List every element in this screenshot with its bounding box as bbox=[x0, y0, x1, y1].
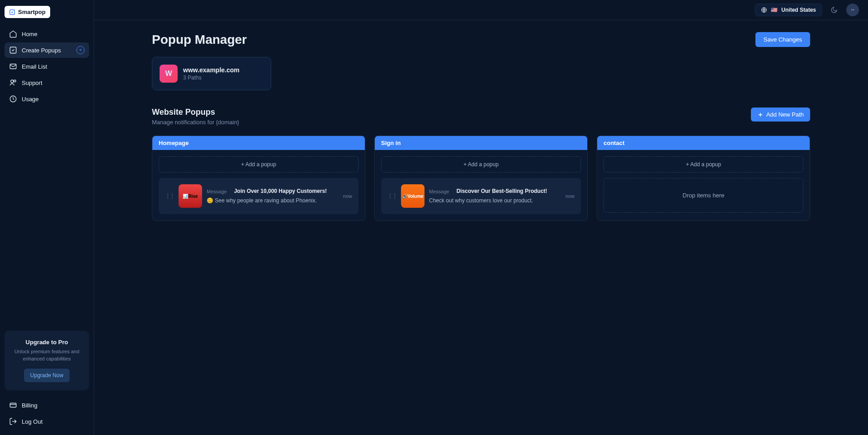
nav-support-label: Support bbox=[22, 80, 42, 86]
nav-home[interactable]: Home bbox=[5, 26, 89, 42]
moon-icon bbox=[830, 6, 838, 14]
users-icon bbox=[9, 79, 17, 87]
upgrade-title: Upgrade to Pro bbox=[11, 339, 83, 346]
website-avatar: W bbox=[160, 65, 178, 83]
column-header[interactable]: contact bbox=[597, 136, 810, 150]
website-info: www.example.com 3 Paths bbox=[183, 66, 240, 81]
upgrade-card: Upgrade to Pro Unlock premium features a… bbox=[5, 331, 89, 390]
brand-logo[interactable]: Smartpop bbox=[5, 6, 50, 18]
nav-create-popups[interactable]: Create Popups + bbox=[5, 42, 89, 58]
drag-handle-icon[interactable]: ⋮⋮ bbox=[387, 193, 396, 199]
logout-icon bbox=[9, 417, 17, 426]
section-subtitle: Manage notifications for {domain} bbox=[152, 119, 239, 126]
upgrade-desc: Unlock premium features and enhanced cap… bbox=[11, 348, 83, 362]
popup-content: Message Discover Our Best-Selling Produc… bbox=[429, 188, 561, 205]
popup-description: Check out why customers love our product… bbox=[429, 197, 561, 205]
column-body: + Add a popup ⋮⋮ 🔊Volume Message Discove… bbox=[375, 150, 587, 220]
popup-type-label: Message bbox=[207, 189, 227, 194]
nav-email-label: Email List bbox=[22, 63, 47, 70]
add-path-button[interactable]: Add New Path bbox=[751, 108, 810, 122]
add-popup-button[interactable]: + Add a popup bbox=[159, 156, 359, 173]
column-header[interactable]: Homepage bbox=[152, 136, 365, 150]
nav-usage-label: Usage bbox=[22, 96, 39, 103]
popup-type-label: Message bbox=[429, 189, 449, 194]
popup-brand-icon: 📊Rise bbox=[179, 184, 202, 208]
popup-brand-icon: 🔊Volume bbox=[401, 184, 425, 208]
section-header: Website Popups Manage notifications for … bbox=[152, 108, 810, 126]
home-icon bbox=[9, 30, 17, 38]
svg-rect-6 bbox=[10, 403, 16, 407]
main: 🇺🇸 United States •• Popup Manager Save C… bbox=[94, 0, 868, 435]
add-popup-button[interactable]: + Add a popup bbox=[381, 156, 581, 173]
nav-billing[interactable]: Billing bbox=[5, 398, 89, 413]
globe-icon bbox=[761, 7, 767, 13]
logo-icon bbox=[9, 9, 15, 15]
page-title: Popup Manager bbox=[152, 33, 247, 47]
mail-icon bbox=[9, 62, 17, 70]
popup-title: Join Over 10,000 Happy Customers! bbox=[234, 188, 327, 194]
nav-email-list[interactable]: Email List bbox=[5, 59, 89, 74]
topbar: 🇺🇸 United States •• bbox=[94, 0, 868, 20]
website-card[interactable]: W www.example.com 3 Paths bbox=[152, 57, 271, 90]
plus-icon: + bbox=[76, 46, 85, 54]
nav-bottom: Billing Log Out bbox=[5, 398, 89, 429]
popup-time: now bbox=[566, 193, 575, 199]
save-button[interactable]: Save Changes bbox=[755, 32, 810, 47]
path-column-contact: contact + Add a popup Drop items here bbox=[597, 136, 810, 221]
user-avatar[interactable]: •• bbox=[846, 4, 859, 16]
plus-icon bbox=[757, 112, 764, 118]
path-column-signin: Sign in + Add a popup ⋮⋮ 🔊Volume Message… bbox=[374, 136, 588, 221]
column-body: + Add a popup ⋮⋮ 📊Rise Message Join Over… bbox=[152, 150, 365, 220]
content-area: Popup Manager Save Changes W www.example… bbox=[94, 20, 868, 435]
nav-logout-label: Log Out bbox=[22, 418, 42, 425]
locale-name: United States bbox=[781, 7, 816, 13]
upgrade-button[interactable]: Upgrade Now bbox=[24, 369, 70, 382]
nav-home-label: Home bbox=[22, 31, 38, 37]
website-paths: 3 Paths bbox=[183, 75, 240, 81]
popup-title: Discover Our Best-Selling Product! bbox=[457, 188, 547, 194]
drag-handle-icon[interactable]: ⋮⋮ bbox=[165, 193, 174, 199]
sidebar: Smartpop Home Create Popups + Email List… bbox=[0, 0, 94, 435]
drop-zone[interactable]: Drop items here bbox=[604, 178, 803, 213]
page-header: Popup Manager Save Changes bbox=[152, 32, 810, 47]
nav-main: Home Create Popups + Email List Support … bbox=[5, 26, 89, 107]
svg-point-3 bbox=[11, 80, 14, 83]
nav-billing-label: Billing bbox=[22, 402, 38, 409]
column-header[interactable]: Sign in bbox=[375, 136, 587, 150]
clock-icon bbox=[9, 95, 17, 103]
locale-selector[interactable]: 🇺🇸 United States bbox=[755, 4, 822, 16]
popup-card[interactable]: ⋮⋮ 🔊Volume Message Discover Our Best-Sel… bbox=[381, 178, 581, 214]
popup-content: Message Join Over 10,000 Happy Customers… bbox=[207, 188, 339, 205]
theme-toggle[interactable] bbox=[827, 3, 841, 17]
popup-time: now bbox=[343, 193, 352, 199]
nav-logout[interactable]: Log Out bbox=[5, 414, 89, 429]
nav-create-label: Create Popups bbox=[22, 47, 61, 54]
locale-flag: 🇺🇸 bbox=[771, 7, 778, 13]
section-title: Website Popups bbox=[152, 108, 239, 117]
card-icon bbox=[9, 401, 17, 409]
website-name: www.example.com bbox=[183, 66, 240, 74]
add-popup-button[interactable]: + Add a popup bbox=[604, 156, 803, 173]
add-path-label: Add New Path bbox=[766, 111, 804, 118]
nav-usage[interactable]: Usage bbox=[5, 91, 89, 107]
svg-point-4 bbox=[14, 80, 16, 82]
brand-name: Smartpop bbox=[18, 9, 46, 15]
path-columns: Homepage + Add a popup ⋮⋮ 📊Rise Message … bbox=[152, 136, 810, 221]
nav-support[interactable]: Support bbox=[5, 75, 89, 90]
popup-description: 😊 See why people are raving about Phoeni… bbox=[207, 197, 339, 205]
column-body: + Add a popup Drop items here bbox=[597, 150, 810, 220]
popup-icon bbox=[9, 46, 17, 54]
popup-card[interactable]: ⋮⋮ 📊Rise Message Join Over 10,000 Happy … bbox=[159, 178, 359, 214]
path-column-homepage: Homepage + Add a popup ⋮⋮ 📊Rise Message … bbox=[152, 136, 365, 221]
